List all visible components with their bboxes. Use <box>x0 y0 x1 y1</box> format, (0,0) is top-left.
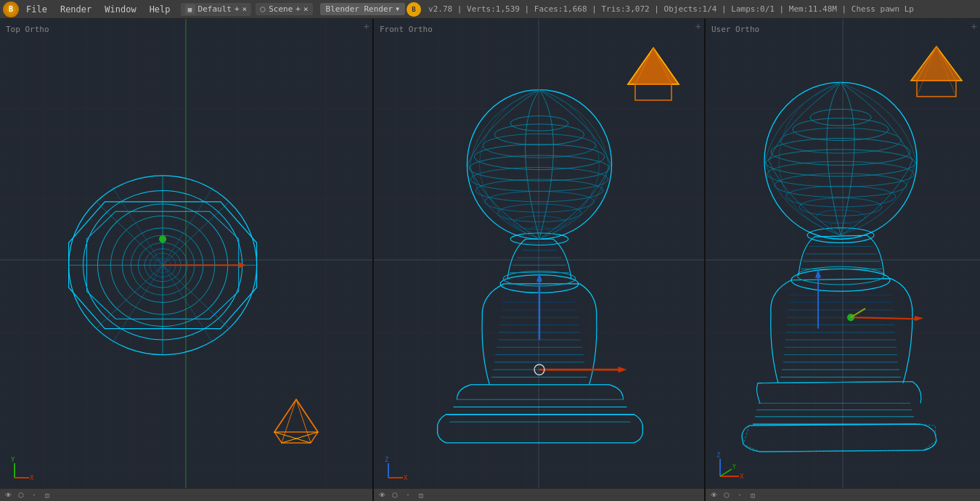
menu-help[interactable]: Help <box>144 3 176 16</box>
blender-logo-icon[interactable]: B <box>3 1 19 17</box>
axis-indicator-user: X Z Y <box>713 449 749 485</box>
svg-line-37 <box>274 432 311 443</box>
shading-icon[interactable]: ◫ <box>42 490 52 500</box>
viewport-top-toolbar: 👁 ⬡ · ◫ <box>0 488 372 501</box>
view-icon[interactable]: 👁 <box>3 490 13 500</box>
svg-rect-95 <box>635 84 671 100</box>
workspace-selector[interactable]: ▦ Default + × <box>181 3 252 16</box>
mesh-icon-u[interactable]: ⬡ <box>722 490 732 500</box>
point-icon-f[interactable]: · <box>403 490 413 500</box>
scene-label: Scene <box>269 4 293 14</box>
workspace-label: Default <box>198 4 232 14</box>
scene-icon: ⬡ <box>260 6 266 13</box>
view-icon-f[interactable]: 👁 <box>377 490 387 500</box>
viewport-user-toolbar: 👁 ⬡ · ◫ <box>706 488 980 501</box>
svg-text:Z: Z <box>716 452 721 459</box>
logo-text: B <box>9 5 13 13</box>
viewport-front-add[interactable]: + <box>693 19 704 33</box>
lamp-front-view <box>621 41 686 106</box>
menu-window[interactable]: Window <box>99 3 142 16</box>
workspace-close-button[interactable]: × <box>242 4 248 14</box>
axis-indicator-top: X Y <box>7 456 36 485</box>
scene-close-button[interactable]: × <box>303 4 309 14</box>
viewport-top-label: Top Ortho <box>6 25 49 34</box>
mesh-icon[interactable]: ⬡ <box>16 490 26 500</box>
workspace-add-button[interactable]: + <box>234 4 240 14</box>
mesh-icon-f[interactable]: ⬡ <box>390 490 400 500</box>
scene-add-button[interactable]: + <box>295 4 301 14</box>
point-icon[interactable]: · <box>29 490 39 500</box>
svg-marker-34 <box>274 399 318 443</box>
svg-line-38 <box>282 432 318 443</box>
menu-bar: B File Render Window Help ▦ Default + × … <box>0 0 980 19</box>
svg-text:X: X <box>740 473 744 480</box>
render-engine-selector[interactable]: Blender Render ▼ <box>320 3 406 15</box>
viewport-top-add[interactable]: + <box>361 19 372 33</box>
viewport-container: Top Ortho + X Y (1) Chess pawn Lp 👁 ⬡ · … <box>0 19 980 501</box>
svg-text:Y: Y <box>732 464 736 471</box>
viewport-user-add[interactable]: + <box>968 19 980 33</box>
svg-marker-150 <box>911 46 962 81</box>
svg-text:X: X <box>30 474 34 481</box>
blender-brand-logo: B <box>407 2 421 17</box>
viewport-user[interactable]: User Ortho + X Z Y (1) Chess pawn Lp 👁 ⬡… <box>706 19 980 501</box>
menu-file[interactable]: File <box>20 3 53 16</box>
lamp-top-view <box>264 392 329 457</box>
stats-display: v2.78 | Verts:1,539 | Faces:1,668 | Tris… <box>428 4 914 14</box>
shading-icon-f[interactable]: ◫ <box>416 490 426 500</box>
workspace-grid-icon: ▦ <box>185 4 195 15</box>
svg-marker-91 <box>628 48 679 84</box>
viewport-top[interactable]: Top Ortho + X Y (1) Chess pawn Lp 👁 ⬡ · … <box>0 19 374 501</box>
scene-selector[interactable]: ⬡ Scene + × <box>256 3 312 15</box>
axis-indicator-front: X Z <box>381 456 410 485</box>
menu-render[interactable]: Render <box>54 3 97 16</box>
svg-point-32 <box>159 235 166 243</box>
dropdown-arrow-icon: ▼ <box>396 6 399 12</box>
lamp-user-view <box>904 41 969 106</box>
svg-text:X: X <box>404 474 408 481</box>
view-icon-u[interactable]: 👁 <box>709 490 719 500</box>
viewport-front[interactable]: Front Ortho + X Z (1) Chess pawn Lp 👁 ⬡ … <box>374 19 706 501</box>
viewport-user-label: User Ortho <box>711 25 759 34</box>
shading-icon-u[interactable]: ◫ <box>748 490 758 500</box>
viewport-front-label: Front Ortho <box>380 25 433 34</box>
svg-marker-33 <box>274 399 318 432</box>
point-icon-u[interactable]: · <box>735 490 745 500</box>
render-engine-label: Blender Render <box>326 4 393 14</box>
svg-text:Z: Z <box>385 456 389 463</box>
viewport-front-toolbar: 👁 ⬡ · ◫ <box>374 488 704 501</box>
svg-text:Y: Y <box>11 456 15 463</box>
svg-rect-151 <box>917 81 956 97</box>
svg-line-160 <box>720 469 732 476</box>
